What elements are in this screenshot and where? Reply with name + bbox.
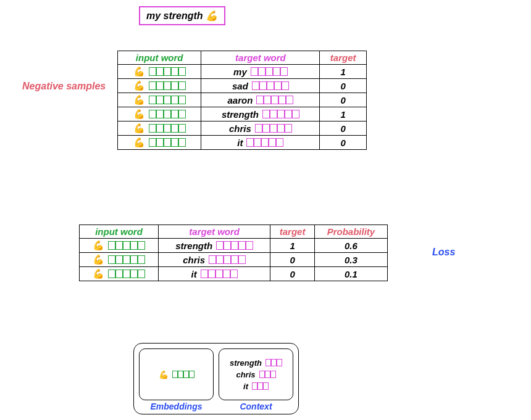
flex-icon: 💪 — [93, 254, 104, 265]
embeddings-caption: Embeddings — [150, 401, 202, 411]
context-vector-icon — [216, 241, 253, 250]
flex-icon: 💪 — [133, 66, 145, 77]
embeddings-box: 💪 — [139, 348, 214, 400]
embedding-vector-icon — [149, 138, 186, 147]
target-word-text: strength — [175, 241, 212, 251]
negative-samples-label: Negative samples — [22, 80, 106, 93]
flex-icon: 💪 — [159, 370, 169, 379]
target-word-text: aaron — [227, 95, 253, 105]
context-vector-icon — [266, 359, 282, 366]
context-vector-icon — [201, 270, 238, 278]
target-value: 0 — [341, 81, 346, 91]
embeddings-column: 💪 Embeddings — [139, 348, 214, 411]
target-value: 0 — [290, 255, 295, 265]
context-box: strength chris it — [219, 348, 293, 400]
context-vector-icon — [262, 110, 299, 118]
context-caption: Context — [240, 401, 272, 411]
col-target: target — [320, 51, 367, 65]
target-word-text: it — [237, 138, 243, 148]
context-column: strength chris it Context — [219, 348, 293, 411]
context-vector-icon — [251, 67, 288, 76]
embeddings-context-panel: 💪 Embeddings strength chris it Context — [133, 343, 299, 414]
target-value: 0 — [290, 269, 295, 279]
context-word-text: it — [243, 382, 248, 391]
context-word-text: chris — [236, 370, 255, 379]
target-word-text: my — [233, 67, 247, 77]
embedding-vector-icon — [172, 371, 194, 378]
col-probability: Probability — [314, 225, 387, 239]
context-vector-icon — [209, 255, 246, 264]
flex-icon: 💪 — [93, 268, 104, 279]
target-word-text: it — [191, 269, 197, 279]
context-vector-icon — [252, 382, 269, 390]
loss-label: Loss — [432, 247, 455, 258]
embedding-vector-icon — [149, 124, 186, 133]
prob-value: 0.1 — [345, 269, 357, 279]
embedding-vector-icon — [108, 241, 145, 250]
table-row: 💪 chris 0 — [118, 121, 367, 136]
embedding-vector-icon — [149, 96, 186, 104]
context-sentence-box: my strength 💪 — [139, 6, 225, 25]
embedding-vector-icon — [149, 67, 186, 76]
table-row: 💪 sad 0 — [118, 79, 367, 93]
context-vector-icon — [259, 371, 276, 378]
col-input-word: input word — [118, 51, 201, 65]
context-vector-icon — [252, 81, 289, 90]
target-value: 1 — [341, 67, 346, 77]
target-value: 1 — [341, 109, 346, 120]
table-row: 💪 it 0 — [118, 136, 367, 150]
context-vector-icon — [255, 124, 292, 133]
target-word-text: chris — [229, 123, 251, 134]
col-target: target — [270, 225, 314, 239]
context-word-text: strength — [230, 358, 262, 368]
negative-samples-text: Negative samples — [22, 81, 106, 91]
col-target-word: target word — [201, 51, 320, 65]
col-input-word: input word — [80, 225, 159, 239]
table-row: 💪 it 0 0.1 — [80, 267, 388, 281]
embedding-vector-icon — [149, 110, 186, 118]
target-word-text: sad — [232, 81, 248, 91]
table-row: 💪 aaron 0 — [118, 93, 367, 107]
embedding-vector-icon — [108, 255, 145, 264]
target-word-text: chris — [183, 255, 205, 265]
flex-icon: 💪 — [133, 137, 145, 148]
target-word-text: strength — [222, 109, 259, 120]
embedding-vector-icon — [149, 81, 186, 90]
target-value: 0 — [341, 123, 346, 134]
prob-value: 0.6 — [345, 241, 357, 251]
flex-icon: 💪 — [133, 109, 145, 120]
flex-icon: 💪 — [133, 123, 145, 134]
flex-icon: 💪 — [133, 94, 145, 105]
training-samples-table: input word target word target 💪 my 1 💪 s… — [117, 51, 367, 150]
flex-icon: 💪 — [93, 240, 104, 251]
embedding-vector-icon — [108, 270, 145, 278]
flex-icon: 💪 — [133, 80, 145, 91]
probability-table: input word target word target Probabilit… — [79, 224, 388, 281]
target-value: 0 — [341, 95, 346, 105]
table-row: 💪 strength 1 — [118, 107, 367, 121]
target-value: 1 — [290, 241, 295, 251]
target-value: 0 — [341, 138, 346, 148]
col-target-word: target word — [158, 225, 270, 239]
context-sentence-text: my strength 💪 — [146, 10, 218, 21]
table-row: 💪 my 1 — [118, 65, 367, 79]
table-row: 💪 chris 0 0.3 — [80, 253, 388, 267]
table-row: 💪 strength 1 0.6 — [80, 239, 388, 253]
context-vector-icon — [246, 138, 283, 147]
context-vector-icon — [256, 96, 293, 104]
prob-value: 0.3 — [345, 255, 357, 265]
